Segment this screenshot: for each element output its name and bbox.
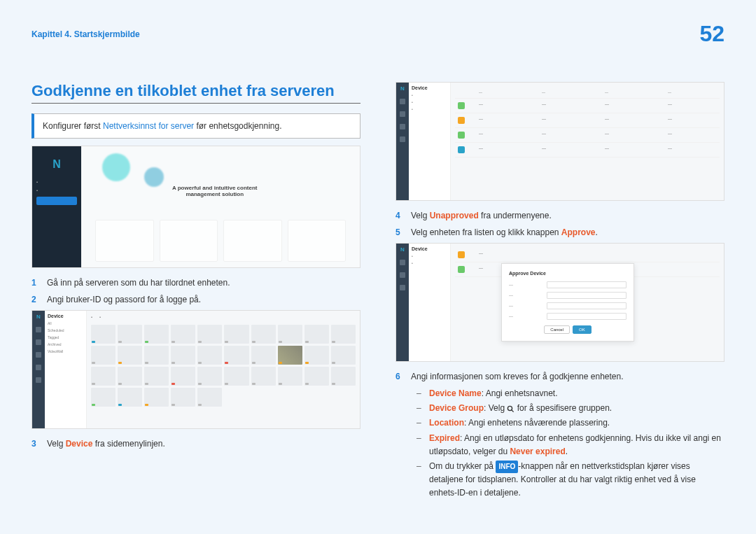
device-thumb[interactable] <box>91 367 115 386</box>
nav-icon[interactable] <box>400 285 405 290</box>
device-thumb[interactable] <box>331 346 356 365</box>
device-thumb[interactable] <box>331 325 356 344</box>
device-thumb[interactable] <box>224 367 248 386</box>
panel-item[interactable]: Scheduled <box>48 328 83 332</box>
device-thumb[interactable] <box>224 346 248 365</box>
device-thumbnails <box>91 325 356 407</box>
cancel-button[interactable]: Cancel <box>544 325 570 334</box>
login-button[interactable] <box>36 197 77 205</box>
device-thumb[interactable] <box>224 325 248 344</box>
device-thumb[interactable] <box>197 388 222 407</box>
bullet-rest: : Angi enhetens nåværende plassering. <box>464 418 610 428</box>
device-thumb[interactable] <box>304 367 329 386</box>
device-thumb[interactable] <box>118 388 142 407</box>
field-label: — <box>509 283 544 287</box>
section-title: Godkjenne en tilkoblet enhet fra servere… <box>31 82 360 104</box>
panel-item[interactable]: Archived <box>48 342 83 346</box>
device-thumb[interactable] <box>144 325 169 344</box>
device-thumb[interactable] <box>171 346 195 365</box>
modal-title: Approve Device <box>509 271 626 276</box>
panel-item[interactable]: • <box>412 254 447 258</box>
nav-icon[interactable] <box>36 365 41 370</box>
tab[interactable]: • <box>91 315 92 319</box>
device-thumb[interactable] <box>304 346 329 365</box>
list-row[interactable]: ———— <box>455 113 720 128</box>
field-input[interactable] <box>547 302 626 309</box>
nav-icon[interactable] <box>400 124 405 129</box>
device-thumb[interactable] <box>91 388 115 407</box>
step-6: 6 Angi informasjonen som kreves for å go… <box>396 370 724 383</box>
device-thumb[interactable] <box>197 367 222 386</box>
panel-item[interactable]: All <box>48 321 83 325</box>
field-input[interactable] <box>547 281 626 288</box>
step-2: 2 Angi bruker-ID og passord for å logge … <box>31 293 360 306</box>
mini-sidebar: N <box>32 311 45 428</box>
device-thumb[interactable] <box>171 325 195 344</box>
step-post: fra sidemenylinjen. <box>92 439 164 449</box>
nav-icon[interactable] <box>400 99 405 104</box>
chapter-label: Kapittel 4. Startskjermbilde <box>31 29 140 39</box>
step-pre: Velg enheten fra listen og klikk knappen <box>411 227 561 237</box>
panel-item[interactable]: VideoWall <box>48 349 83 353</box>
status-icon <box>458 251 465 258</box>
device-thumb[interactable] <box>144 388 169 407</box>
list-row[interactable]: ———— <box>455 128 720 143</box>
device-thumb[interactable] <box>278 346 302 365</box>
panel-item[interactable]: • <box>412 93 447 97</box>
panel-item[interactable]: • <box>412 261 447 265</box>
device-thumb[interactable] <box>118 325 142 344</box>
device-thumb[interactable] <box>118 346 142 365</box>
nav-icon[interactable] <box>400 272 405 278</box>
step-num: 6 <box>396 370 404 383</box>
device-thumb[interactable] <box>304 325 329 344</box>
info-pre: Konfigurer først <box>43 121 103 131</box>
panel-item[interactable]: • <box>412 100 447 104</box>
decor-circle-2 <box>144 167 164 187</box>
device-thumb[interactable] <box>91 346 115 365</box>
device-thumb[interactable] <box>278 325 302 344</box>
step-pre: Velg <box>47 439 66 449</box>
panel-item[interactable]: Tagged <box>48 335 83 339</box>
device-thumb[interactable] <box>331 367 356 386</box>
device-thumb[interactable] <box>91 325 115 344</box>
ok-button[interactable]: OK <box>573 325 592 334</box>
nav-icon[interactable] <box>36 339 41 345</box>
content-columns: Godkjenne en tilkoblet enhet fra servere… <box>31 82 724 502</box>
nav-icon[interactable] <box>36 327 41 332</box>
step-num: 1 <box>31 276 40 289</box>
step-3: 3 Velg Device fra sidemenylinjen. <box>31 437 360 450</box>
list-row[interactable]: ———— <box>455 143 720 157</box>
device-thumb[interactable] <box>251 325 276 344</box>
device-thumb[interactable] <box>171 367 195 386</box>
bullet-device-name: – Device Name: Angi enhetsnavnet. <box>416 387 724 400</box>
device-thumb[interactable] <box>278 367 302 386</box>
dash: – <box>416 387 424 400</box>
grid-tabs: • • <box>91 315 356 319</box>
field-label: — <box>509 314 544 318</box>
device-thumb[interactable] <box>144 346 169 365</box>
info-post: før enhetsgodkjenning. <box>194 121 281 131</box>
bullet-red: Device Name <box>429 388 482 398</box>
field-input[interactable] <box>547 313 626 320</box>
device-thumb[interactable] <box>251 367 276 386</box>
nav-icon[interactable] <box>400 260 405 265</box>
device-thumb[interactable] <box>171 388 195 407</box>
panel-item[interactable]: • <box>412 107 447 111</box>
device-thumb[interactable] <box>251 346 276 365</box>
device-thumb[interactable] <box>197 325 222 344</box>
device-thumb[interactable] <box>118 367 142 386</box>
tab[interactable]: • <box>99 315 101 319</box>
nav-icon[interactable] <box>36 352 41 358</box>
field-input[interactable] <box>547 292 626 299</box>
nav-icon[interactable] <box>400 111 405 117</box>
device-thumb[interactable] <box>197 346 222 365</box>
nav-icon[interactable] <box>36 377 41 383</box>
device-thumb[interactable] <box>144 367 169 386</box>
list-row[interactable]: ———— <box>455 99 720 113</box>
svg-point-0 <box>508 406 512 410</box>
nav-icon[interactable] <box>400 136 405 142</box>
list-row[interactable]: — <box>455 248 720 262</box>
panel-2 <box>160 220 218 262</box>
page-header: Kapittel 4. Startskjermbilde 52 <box>31 21 724 47</box>
info-callout: Konfigurer først Nettverksinnst for serv… <box>31 113 360 139</box>
